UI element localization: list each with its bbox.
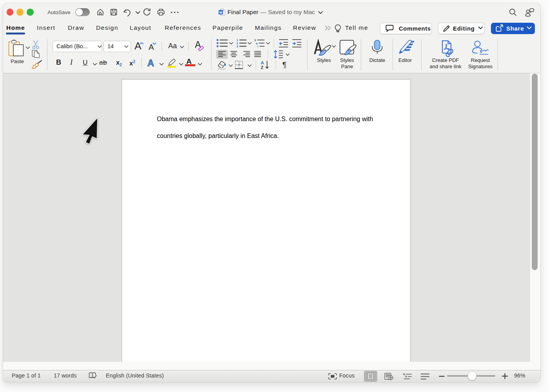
svg-text:A: A <box>261 60 264 65</box>
svg-text:3: 3 <box>236 45 238 48</box>
svg-text:Z: Z <box>261 65 264 70</box>
svg-text:x: x <box>480 49 482 54</box>
svg-text:W: W <box>219 11 223 15</box>
svg-text:i: i <box>258 45 258 48</box>
